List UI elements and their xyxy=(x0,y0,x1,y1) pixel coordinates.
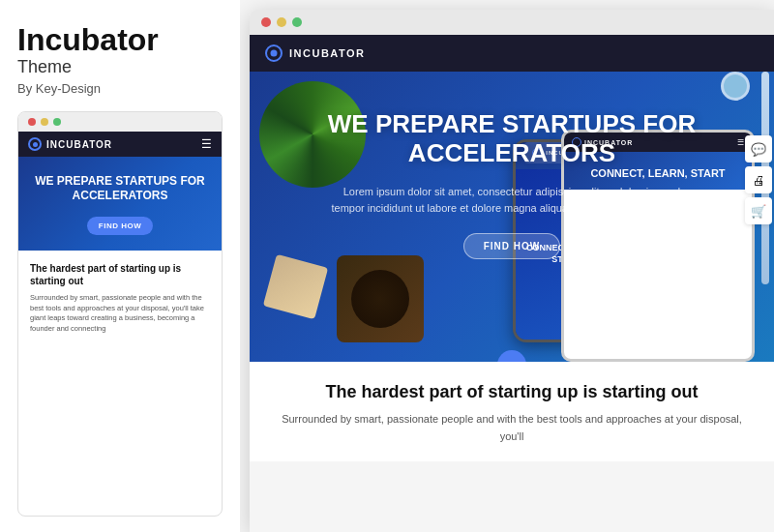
mini-nav-icon xyxy=(28,137,42,151)
big-content-section: The hardest part of starting up is start… xyxy=(250,362,774,461)
chat-icon-btn[interactable]: 💬 xyxy=(745,135,772,163)
mini-nav: INCUBATOR ☰ xyxy=(18,132,222,157)
right-sidebar-icons: 💬 🖨 🛒 xyxy=(745,135,772,224)
coffee-decoration xyxy=(337,255,424,342)
mini-hero-title: WE PREPARE STARTUPS FOR ACCELERATORS xyxy=(30,174,210,203)
dot-red xyxy=(28,118,36,126)
theme-byline: By Key-Design xyxy=(17,81,223,96)
svg-point-1 xyxy=(271,50,278,57)
big-nav-icon xyxy=(265,44,283,62)
big-hero-section: INCUBATOR ☰ CONNECT, LEARN, START INCUBA… xyxy=(250,72,774,362)
big-hero-find-how-btn[interactable]: FIND HOW xyxy=(463,233,561,259)
mini-content-section: The hardest part of starting up is start… xyxy=(18,251,222,341)
big-browser-preview: INCUBATOR xyxy=(250,10,774,532)
mini-content-title: The hardest part of starting up is start… xyxy=(30,262,210,287)
right-panel: INCUBATOR xyxy=(240,0,774,532)
big-nav-brand-label: INCUBATOR xyxy=(289,47,365,59)
theme-subtitle: Theme xyxy=(17,57,223,77)
geometric-decoration xyxy=(263,254,328,319)
svg-point-0 xyxy=(33,142,38,147)
big-dot-yellow xyxy=(277,17,286,27)
dot-yellow xyxy=(41,118,48,126)
mini-browser-preview: INCUBATOR ☰ WE PREPARE STARTUPS FOR ACCE… xyxy=(17,111,223,517)
big-dot-red xyxy=(261,17,271,27)
left-panel: Incubator Theme By Key-Design INCUBATOR … xyxy=(0,0,240,532)
headphone-ear xyxy=(721,72,750,101)
mini-nav-brand-label: INCUBATOR xyxy=(46,139,112,150)
big-browser-titlebar xyxy=(250,10,774,35)
big-content-text: Surrounded by smart, passionate people a… xyxy=(273,411,751,445)
mini-hero-btn[interactable]: FIND HOW xyxy=(87,217,153,235)
scroll-down-btn[interactable]: ↓ xyxy=(497,350,526,362)
big-hero-title: WE PREPARE STARTUPS FOR ACCELERATORS xyxy=(273,110,751,168)
big-hero-body: Lorem ipsum dolor sit amet, consectetur … xyxy=(328,184,696,218)
big-nav: INCUBATOR xyxy=(250,35,774,72)
mini-nav-brand: INCUBATOR xyxy=(28,137,112,151)
theme-title: Incubator xyxy=(17,23,223,57)
mini-content-text: Surrounded by smart, passionate people a… xyxy=(30,293,210,334)
big-content-title: The hardest part of starting up is start… xyxy=(273,381,751,403)
mini-browser-titlebar xyxy=(18,112,222,132)
cart-icon-btn[interactable]: 🛒 xyxy=(745,197,772,224)
dot-green xyxy=(53,118,61,126)
scroll-down-icon: ↓ xyxy=(509,357,516,362)
big-hero-text-container: WE PREPARE STARTUPS FOR ACCELERATORS Lor… xyxy=(273,110,751,259)
mini-hero-section: WE PREPARE STARTUPS FOR ACCELERATORS FIN… xyxy=(18,157,222,251)
mini-hamburger-icon: ☰ xyxy=(201,137,212,151)
big-nav-brand: INCUBATOR xyxy=(265,44,365,62)
print-icon-btn[interactable]: 🖨 xyxy=(745,166,772,193)
big-dot-green xyxy=(292,17,302,27)
